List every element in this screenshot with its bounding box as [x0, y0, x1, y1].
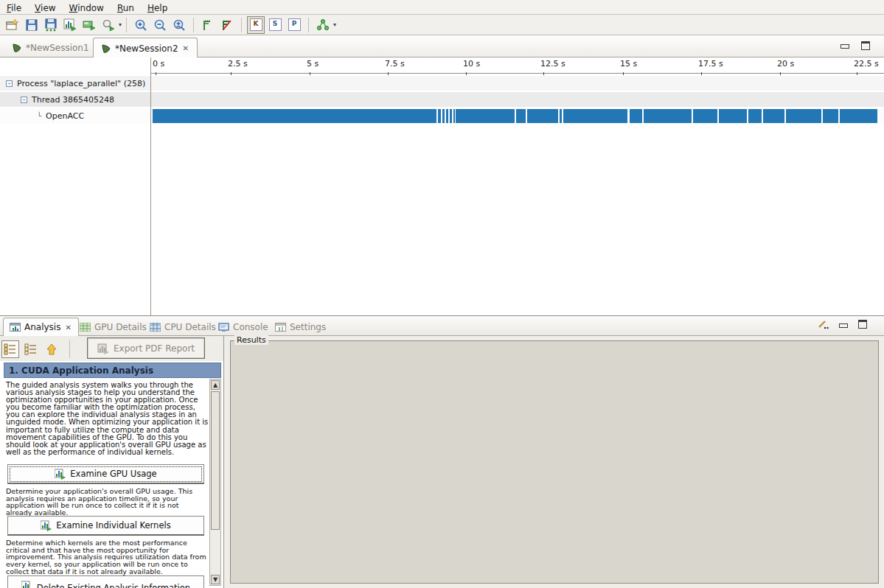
tab-settings[interactable]: Settings [269, 318, 332, 336]
gpu-usage-description: Determine your application's overall GPU… [6, 488, 206, 517]
menu-item[interactable]: Help [141, 1, 174, 15]
console-tab-icon [218, 323, 229, 332]
topology-dropdown-icon[interactable]: ▾ [333, 21, 336, 28]
save-session-icon[interactable] [23, 16, 41, 34]
collapse-icon[interactable]: - [6, 80, 13, 87]
tab-newsession2[interactable]: *NewSession2 ✕ [93, 38, 198, 58]
openacc-interval[interactable] [763, 109, 784, 123]
openacc-interval[interactable] [748, 109, 762, 123]
tree-row-thread[interactable]: - Thread 3865405248 [0, 92, 150, 107]
examine-gpu-usage-button[interactable]: Examine GPU Usage [7, 464, 204, 484]
view-window-controls [841, 41, 870, 50]
unguided-analysis-mode-icon[interactable] [22, 340, 40, 358]
openacc-interval[interactable] [563, 109, 627, 123]
analysis-results-divider[interactable] [223, 336, 224, 588]
mark-region-icon[interactable] [199, 16, 217, 34]
tree-timeline-divider[interactable] [150, 57, 151, 315]
openacc-interval[interactable] [438, 109, 441, 123]
menu-bar: FileViewWindowRunHelp [0, 0, 884, 15]
openacc-timeline-row[interactable] [151, 108, 884, 124]
collect-metrics-icon[interactable] [100, 16, 117, 34]
main-toolbar: ▾ K S P ▾ [0, 15, 884, 35]
tab-cpu-details[interactable]: CPU Details [144, 318, 222, 336]
tab-gpu-details[interactable]: GPU Details [74, 318, 153, 336]
back-up-stage-icon[interactable] [43, 340, 60, 358]
scroll-down-icon[interactable]: ▼ [211, 575, 220, 584]
ruler-tick [701, 72, 702, 75]
tree-label-process: Process "laplace_parallel" (258) [17, 79, 145, 88]
guided-analysis-mode-icon[interactable] [1, 340, 19, 358]
openacc-interval[interactable] [644, 109, 692, 123]
stream-view-icon[interactable]: S [266, 16, 284, 34]
maximize-icon[interactable] [858, 320, 867, 329]
tab-newsession1[interactable]: *NewSession1 [4, 38, 97, 57]
save-all-icon[interactable] [42, 16, 60, 34]
close-icon[interactable]: ✕ [64, 323, 72, 332]
menu-item[interactable]: View [28, 1, 62, 15]
toolbar-separator [126, 18, 127, 32]
close-icon[interactable]: ✕ [182, 44, 189, 52]
analysis-toolbar [1, 338, 76, 360]
openacc-interval[interactable] [516, 109, 526, 123]
export-pdf-report-button[interactable]: Export PDF Report [87, 337, 205, 359]
ruler-label: 2.5 s [228, 59, 248, 73]
view-menu-icon[interactable] [817, 319, 829, 329]
openacc-interval[interactable] [630, 109, 642, 123]
openacc-interval[interactable] [450, 109, 452, 123]
openacc-interval[interactable] [560, 109, 562, 123]
ruler-label: 5 s [307, 59, 319, 73]
tree-row-process[interactable]: - Process "laplace_parallel" (258) [0, 76, 150, 91]
tab-console[interactable]: Console [212, 318, 274, 336]
clear-marks-icon[interactable] [218, 16, 236, 34]
scroll-up-icon[interactable]: ▲ [211, 380, 220, 390]
tree-row-openacc[interactable]: └ OpenACC [0, 108, 150, 124]
kernel-view-letter: K [250, 18, 262, 31]
openacc-interval[interactable] [823, 109, 838, 123]
collapse-icon[interactable]: - [21, 97, 27, 103]
openacc-interval[interactable] [456, 109, 515, 123]
openacc-interval[interactable] [840, 109, 877, 123]
minimize-icon[interactable] [839, 323, 848, 328]
examine-individual-kernels-button[interactable]: Examine Individual Kernels [7, 516, 204, 536]
openacc-interval[interactable] [527, 109, 558, 123]
openacc-interval[interactable] [153, 109, 436, 123]
thread-timeline-row[interactable] [151, 92, 884, 107]
minimize-icon[interactable] [841, 44, 849, 49]
scrollbar-thumb[interactable] [211, 391, 220, 530]
new-session-icon[interactable] [4, 16, 21, 34]
menu-item[interactable]: File [0, 1, 28, 15]
process-view-icon[interactable]: P [285, 16, 303, 34]
zoom-out-icon[interactable] [151, 16, 169, 34]
process-timeline-row[interactable] [151, 76, 884, 91]
topology-icon[interactable] [314, 16, 332, 34]
openacc-interval[interactable] [453, 109, 455, 123]
openacc-interval[interactable] [442, 109, 445, 123]
chart-icon [21, 581, 32, 588]
zoom-in-icon[interactable] [132, 16, 150, 34]
zoom-fit-icon[interactable] [170, 16, 188, 34]
run-analysis-icon[interactable] [80, 16, 98, 34]
generate-timeline-icon[interactable] [61, 16, 79, 34]
timeline-ruler[interactable]: 0 s2.5 s5 s7.5 s10 s12.5 s15 s17.5 s20 s… [151, 57, 884, 74]
chart-icon [55, 469, 66, 480]
menu-item[interactable]: Run [111, 1, 141, 15]
openacc-interval[interactable] [693, 109, 717, 123]
kernel-view-icon[interactable]: K [247, 16, 265, 34]
bottom-tab-label: Analysis [24, 322, 60, 332]
ruler-label: 15 s [620, 59, 637, 73]
collect-metrics-dropdown-icon[interactable]: ▾ [119, 21, 122, 28]
analysis-scrollbar[interactable]: ▲ ▼ [209, 379, 221, 586]
menu-item[interactable]: Window [63, 1, 111, 15]
export-pdf-label: Export PDF Report [114, 343, 195, 354]
delete-analysis-info-button[interactable]: Delete Existing Analysis Information [7, 575, 204, 588]
bottom-tab-label: Console [233, 322, 268, 332]
openacc-interval[interactable] [446, 109, 448, 123]
panel-window-controls [817, 319, 867, 329]
maximize-icon[interactable] [861, 41, 870, 50]
ruler-label: 7.5 s [385, 59, 405, 73]
tab-analysis[interactable]: Analysis ✕ [3, 318, 79, 336]
bottom-tab-label: GPU Details [94, 322, 147, 332]
openacc-interval[interactable] [786, 109, 821, 123]
openacc-interval[interactable] [719, 109, 747, 123]
chart-icon [41, 520, 52, 531]
